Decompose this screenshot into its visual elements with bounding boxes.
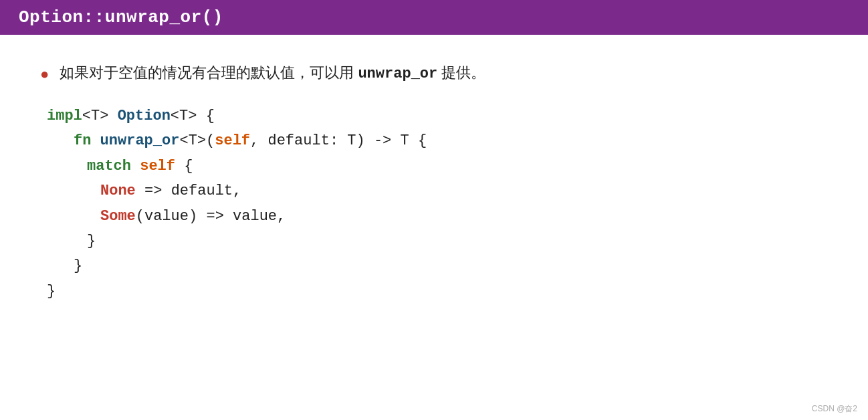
param-default: default bbox=[267, 132, 329, 149]
code-brace-close-3: } bbox=[47, 283, 56, 300]
code-generic-2: <T> { bbox=[171, 108, 215, 124]
code-line-5: Some(value) => value, bbox=[100, 204, 828, 229]
bullet-text: 如果对于空值的情况有合理的默认值，可以用 unwrap_or 提供。 bbox=[60, 62, 485, 85]
kw-option: Option bbox=[118, 108, 171, 124]
code-match-self bbox=[131, 158, 140, 175]
code-line-3: match self { bbox=[87, 154, 828, 179]
code-some-value: (value) => value, bbox=[136, 208, 286, 225]
bullet-dot: ● bbox=[40, 63, 49, 85]
header: Option::unwrap_or() bbox=[0, 0, 868, 35]
footer-label: CSDN @奋2 bbox=[812, 403, 857, 415]
code-line-8: } bbox=[47, 279, 828, 304]
code-default: default, bbox=[171, 183, 242, 199]
code-brace-close-2: } bbox=[74, 257, 82, 274]
code-generic-1: <T> bbox=[82, 108, 118, 124]
code-line-4: None => default, bbox=[100, 179, 828, 203]
code-line-2: fn unwrap_or<T>(self, default: T) -> T { bbox=[74, 128, 828, 153]
code-brace-open: { bbox=[175, 158, 193, 175]
kw-fn: fn bbox=[74, 132, 91, 149]
code-brace-close-1: } bbox=[87, 233, 96, 249]
kw-some: Some bbox=[100, 208, 136, 225]
header-title: Option::unwrap_or() bbox=[19, 7, 223, 27]
match-self: self bbox=[140, 158, 175, 175]
code-comma: , bbox=[250, 132, 267, 149]
code-colon: : T) -> T { bbox=[330, 132, 427, 149]
param-self: self bbox=[215, 132, 250, 149]
code-line-7: } bbox=[74, 253, 828, 278]
bullet-text-before: 如果对于空值的情况有合理的默认值，可以用 bbox=[60, 64, 358, 81]
bullet-item: ● 如果对于空值的情况有合理的默认值，可以用 unwrap_or 提供。 bbox=[40, 62, 828, 85]
code-arrow-1: => bbox=[136, 183, 171, 199]
code-fn-params: <T>( bbox=[179, 132, 215, 149]
kw-none: None bbox=[100, 183, 136, 199]
content-area: ● 如果对于空值的情况有合理的默认值，可以用 unwrap_or 提供。 imp… bbox=[0, 35, 868, 324]
code-block: impl<T> Option<T> { fn unwrap_or<T>(self… bbox=[47, 104, 828, 304]
kw-match: match bbox=[87, 158, 131, 175]
fn-name: unwrap_or bbox=[100, 132, 180, 149]
bullet-text-after: 提供。 bbox=[437, 64, 485, 81]
code-line-1: impl<T> Option<T> { bbox=[47, 104, 828, 128]
bullet-inline-code: unwrap_or bbox=[358, 66, 437, 82]
code-line-6: } bbox=[87, 229, 828, 253]
code-fn-name bbox=[91, 132, 100, 149]
kw-impl: impl bbox=[47, 108, 82, 124]
